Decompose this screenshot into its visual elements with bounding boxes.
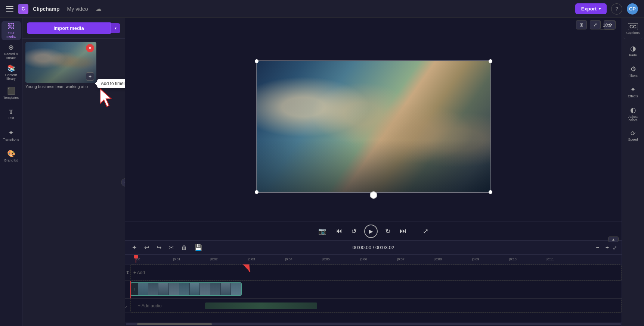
resize-handle-topright[interactable] bbox=[489, 59, 492, 63]
import-media-button[interactable]: Import media bbox=[27, 22, 111, 34]
transitions-icon: ✦ bbox=[8, 129, 14, 137]
zoom-in-button[interactable]: + bbox=[603, 244, 611, 252]
expand-timeline-button[interactable]: ⤢ bbox=[613, 245, 617, 251]
sidebar-item-templates[interactable]: ⬛ Templates bbox=[1, 84, 21, 103]
annotation-arrow bbox=[205, 264, 280, 279]
collapse-timeline-button[interactable]: ▲ bbox=[608, 236, 619, 242]
right-item-filters[interactable]: ⚙ Filters bbox=[623, 63, 643, 80]
record-icon: ⊕ bbox=[8, 43, 14, 51]
sidebar-item-content-library[interactable]: 📚 Contentlibrary bbox=[1, 63, 21, 82]
header: C Clipchamp My video ☁ Export ▾ ? CP bbox=[0, 0, 644, 18]
aspect-ratio-badge[interactable]: 16:9 bbox=[599, 21, 616, 30]
add-text-button[interactable]: + Add bbox=[133, 270, 145, 275]
collapse-panel-button[interactable]: ‹ bbox=[121, 178, 125, 186]
text-track-content: + Add bbox=[130, 264, 622, 280]
thumbnail-image: ✕ + bbox=[25, 42, 96, 83]
timeline-scrollbar bbox=[125, 322, 622, 326]
center-column: ⊞ ⤢ ••• 16:9 bbox=[125, 18, 622, 326]
undo-button[interactable]: ↩ bbox=[142, 243, 151, 252]
video-title[interactable]: My video bbox=[67, 6, 88, 12]
right-item-adjust-colors[interactable]: ◐ Adjustcolors bbox=[623, 104, 643, 125]
sidebar-item-transitions[interactable]: ✦ Transitions bbox=[1, 125, 21, 145]
cloud-sync-icon: ☁ bbox=[96, 5, 102, 12]
thumbnail-title: Young business team working at o bbox=[25, 83, 96, 90]
media-panel-header: Import media ▾ bbox=[22, 18, 125, 39]
sidebar-label-templates: Templates bbox=[3, 96, 19, 100]
right-item-speed[interactable]: ⟳ Speed bbox=[623, 128, 643, 144]
left-sidebar: 🖼 Your media ⊕ Record &create 📚 Contentl… bbox=[0, 18, 22, 326]
templates-icon: ⬛ bbox=[7, 87, 15, 95]
sidebar-label-transitions: Transitions bbox=[3, 138, 19, 142]
play-pause-button[interactable]: ▶ bbox=[364, 225, 378, 238]
ruler-tick-2: |0:02 bbox=[210, 257, 218, 261]
clip-frame-6 bbox=[190, 283, 200, 295]
resize-handle-bottomright[interactable] bbox=[489, 190, 492, 194]
content-library-icon: 📚 bbox=[7, 64, 15, 72]
delete-thumbnail-button[interactable]: ✕ bbox=[86, 44, 94, 52]
right-item-effects[interactable]: ✦ Effects bbox=[623, 83, 643, 101]
sidebar-item-record-create[interactable]: ⊕ Record &create bbox=[1, 42, 21, 61]
scrollbar-thumb[interactable] bbox=[137, 323, 212, 325]
rewind-button[interactable]: ↺ bbox=[350, 226, 358, 237]
fullscreen-button[interactable]: ⤢ bbox=[421, 226, 430, 237]
media-panel: Import media ▾ ✕ + Young business team w… bbox=[22, 18, 125, 326]
header-left: C Clipchamp My video ☁ bbox=[6, 4, 102, 14]
clip-frame-7 bbox=[200, 283, 210, 295]
export-chevron-icon: ▾ bbox=[599, 7, 601, 11]
timeline-toolbar: ✦ ↩ ↪ ✂ 🗑 💾 00:00.00 / 00:03.02 − + ⤢ ▲ bbox=[125, 241, 622, 255]
clip-pause-button[interactable]: ⏸ bbox=[131, 283, 138, 295]
audio-track-content: + Add audio bbox=[130, 299, 622, 313]
scrollbar-track[interactable] bbox=[126, 323, 621, 325]
right-item-fade[interactable]: ◑ Fade bbox=[623, 42, 643, 60]
camera-btn[interactable]: 📷 bbox=[317, 226, 328, 237]
cursor-pointer bbox=[97, 87, 116, 111]
sidebar-item-text[interactable]: T Text bbox=[1, 104, 21, 124]
sidebar-label-your-media: Your media bbox=[3, 31, 19, 39]
skip-back-button[interactable]: ⏮ bbox=[334, 226, 344, 236]
resize-handle-bottomleft[interactable] bbox=[255, 190, 258, 194]
sidebar-label-text: Text bbox=[8, 116, 14, 120]
cut-button[interactable]: ✂ bbox=[167, 243, 176, 252]
text-track-icon: T bbox=[127, 270, 129, 275]
add-to-timeline-tooltip: Add to timeline bbox=[97, 79, 125, 88]
save-button[interactable]: 💾 bbox=[192, 243, 204, 252]
sidebar-item-brand-kit[interactable]: 🎨 Brand kit bbox=[1, 146, 21, 166]
ruler-tick-3: |0:03 bbox=[248, 257, 255, 261]
video-track-content: ⏸ bbox=[130, 281, 622, 298]
export-button[interactable]: Export ▾ bbox=[575, 3, 607, 14]
user-avatar-button[interactable]: CP bbox=[627, 3, 638, 15]
clip-frame-8 bbox=[210, 283, 220, 295]
resize-handle-topleft[interactable] bbox=[255, 59, 258, 63]
ruler-tick-9: |0:09 bbox=[472, 257, 479, 261]
media-thumbnail-item[interactable]: ✕ + Young business team working at o bbox=[25, 42, 96, 90]
ruler-tick-7: |0:07 bbox=[397, 257, 405, 261]
video-clip[interactable]: ⏸ bbox=[130, 282, 242, 296]
main-layout: 🖼 Your media ⊕ Record &create 📚 Contentl… bbox=[0, 18, 644, 326]
ruler-tick-10: |0:10 bbox=[509, 257, 517, 261]
fade-icon: ◑ bbox=[630, 44, 636, 53]
right-item-captions[interactable]: CC Captions bbox=[623, 21, 643, 39]
playhead-head bbox=[134, 255, 138, 258]
menu-icon[interactable] bbox=[6, 5, 13, 13]
magic-tool-button[interactable]: ✦ bbox=[130, 243, 139, 252]
fade-label: Fade bbox=[629, 54, 637, 57]
import-btn-wrapper: Import media ▾ bbox=[27, 22, 120, 34]
add-to-timeline-thumb-button[interactable]: + bbox=[86, 72, 94, 81]
sidebar-item-your-media[interactable]: 🖼 Your media bbox=[1, 21, 21, 40]
redo-button[interactable]: ↪ bbox=[154, 243, 164, 252]
time-display: 00:00.00 / 00:03.02 bbox=[352, 245, 394, 250]
add-audio-button[interactable]: + Add audio bbox=[138, 303, 162, 308]
playback-controls: 📷 ⏮ ↺ ▶ ↻ ⏭ ⤢ bbox=[125, 222, 622, 240]
import-media-dropdown-button[interactable]: ▾ bbox=[111, 23, 120, 33]
video-preview-image bbox=[257, 61, 490, 192]
zoom-controls: − + ⤢ bbox=[594, 244, 617, 252]
zoom-out-button[interactable]: − bbox=[594, 244, 601, 252]
ruler-tick-4: |0:04 bbox=[285, 257, 292, 261]
help-button[interactable]: ? bbox=[611, 3, 622, 15]
skip-forward-button[interactable]: ⏭ bbox=[398, 226, 408, 236]
rotate-handle[interactable] bbox=[370, 191, 377, 199]
forward-button[interactable]: ↻ bbox=[384, 226, 392, 237]
delete-button[interactable]: 🗑 bbox=[179, 243, 189, 252]
crop-button[interactable]: ⊞ bbox=[576, 20, 587, 29]
clip-frame-9 bbox=[221, 283, 231, 295]
